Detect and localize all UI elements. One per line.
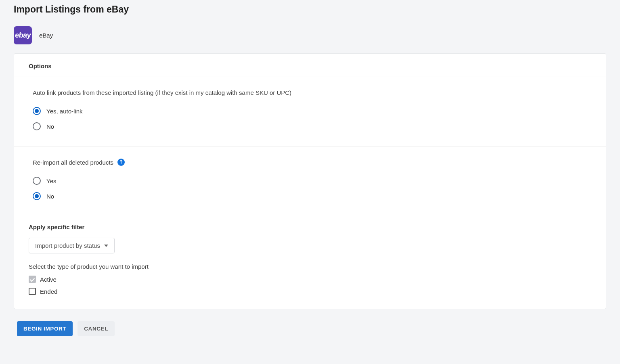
reimport-section: Re-import all deleted products ? Yes No xyxy=(14,146,606,216)
chevron-down-icon xyxy=(104,245,108,247)
radio-icon xyxy=(33,122,41,130)
filter-section: Apply specific filter Import product by … xyxy=(14,216,606,309)
reimport-yes-radio[interactable]: Yes xyxy=(33,173,587,188)
options-header: Options xyxy=(14,54,606,77)
radio-icon xyxy=(33,107,41,115)
auto-link-section: Auto link products from these imported l… xyxy=(14,77,606,146)
page-title: Import Listings from eBay xyxy=(14,4,606,15)
cancel-button[interactable]: CANCEL xyxy=(78,321,115,336)
reimport-no-label: No xyxy=(46,193,54,200)
filter-heading: Apply specific filter xyxy=(29,224,591,230)
checkbox-icon xyxy=(29,276,36,283)
filter-dropdown[interactable]: Import product by status xyxy=(29,238,115,253)
filter-dropdown-label: Import product by status xyxy=(35,242,100,249)
options-card: Options Auto link products from these im… xyxy=(14,53,606,309)
checkbox-icon xyxy=(29,288,36,295)
help-icon[interactable]: ? xyxy=(117,159,125,166)
begin-import-button[interactable]: BEGIN IMPORT xyxy=(17,321,73,336)
reimport-prompt: Re-import all deleted products xyxy=(33,159,113,166)
auto-link-no-label: No xyxy=(46,123,54,130)
auto-link-yes-radio[interactable]: Yes, auto-link xyxy=(33,103,587,119)
source-row: ebay eBay xyxy=(14,26,606,44)
ended-checkbox-label: Ended xyxy=(40,288,57,295)
active-checkbox-label: Active xyxy=(40,276,57,283)
footer-actions: BEGIN IMPORT CANCEL xyxy=(14,321,606,336)
source-name: eBay xyxy=(39,32,53,39)
reimport-yes-label: Yes xyxy=(46,178,56,184)
active-checkbox-row[interactable]: Active xyxy=(29,273,591,285)
reimport-prompt-row: Re-import all deleted products ? xyxy=(33,159,587,166)
auto-link-yes-label: Yes, auto-link xyxy=(46,108,83,115)
radio-icon xyxy=(33,177,41,185)
filter-sub: Select the type of product you want to i… xyxy=(29,263,591,270)
ended-checkbox-row[interactable]: Ended xyxy=(29,285,591,297)
radio-icon xyxy=(33,192,41,200)
reimport-no-radio[interactable]: No xyxy=(33,188,587,204)
auto-link-prompt: Auto link products from these imported l… xyxy=(33,89,587,96)
auto-link-no-radio[interactable]: No xyxy=(33,119,587,134)
ebay-logo-icon: ebay xyxy=(14,26,32,44)
